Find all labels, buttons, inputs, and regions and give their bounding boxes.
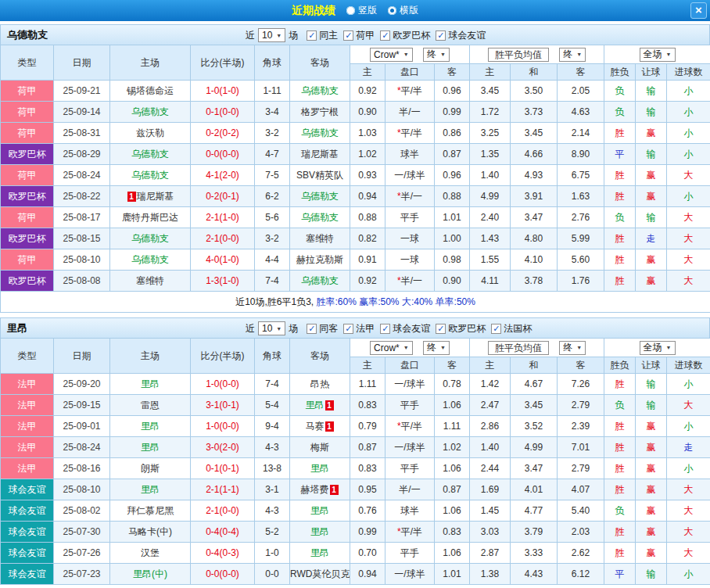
- team-name-text: 瑞尼斯基: [301, 149, 339, 160]
- filter-label: 欧罗巴杯: [393, 29, 430, 42]
- handicap-result-cell: 输: [636, 395, 667, 416]
- team-name-text: 里昂: [306, 400, 325, 411]
- corners-cell: 7-4: [255, 271, 290, 292]
- scope-select[interactable]: 全场▼: [640, 48, 676, 62]
- team-name-text: 锡塔德命运: [127, 85, 174, 96]
- result-cell: 胜: [604, 437, 636, 458]
- europe-away-odds-cell: 6.12: [558, 564, 604, 585]
- away-team-cell: 乌德勒支: [290, 81, 350, 102]
- score-cell: 2-1(0-0): [191, 500, 255, 522]
- europe-final-select[interactable]: 终▼: [559, 341, 586, 355]
- score-cell: 0-2(0-2): [191, 123, 255, 144]
- europe-home-odds-cell: 2.86: [470, 416, 511, 437]
- filter-label: 同主: [319, 29, 338, 42]
- topbar: 近期战绩 竖版 横版 ×: [0, 0, 710, 21]
- checkbox-icon[interactable]: ✓: [343, 324, 353, 334]
- sections-container: 乌德勒支 近 10▼ 场 ✓同主✓荷甲✓欧罗巴杯✓球会友谊 类型 日期 主场: [0, 24, 710, 585]
- home-team-cell: 拜仁慕尼黑: [110, 500, 191, 522]
- match-count-select[interactable]: 10▼: [258, 321, 285, 335]
- asia-home-odds-cell: 1.02: [350, 144, 385, 165]
- checkbox-icon[interactable]: ✓: [307, 30, 317, 41]
- filter-checkbox[interactable]: ✓同主: [307, 29, 338, 42]
- league-filters: ✓同客✓法甲✓球会友谊✓欧罗巴杯✓法国杯: [301, 322, 532, 335]
- team-name-text: 马赛: [306, 421, 325, 432]
- checkbox-icon[interactable]: ✓: [343, 30, 353, 41]
- chevron-down-icon: ▼: [576, 345, 582, 350]
- filter-checkbox[interactable]: ✓荷甲: [343, 29, 375, 42]
- result-cell: 胜: [604, 458, 636, 479]
- red-card-badge: 1: [325, 400, 334, 411]
- filter-checkbox[interactable]: ✓法国杯: [491, 322, 532, 335]
- chevron-down-icon: ▼: [403, 52, 409, 57]
- chevron-down-icon: ▼: [440, 345, 446, 350]
- team-name-text: 乌德勒支: [301, 275, 339, 286]
- filter-checkbox[interactable]: ✓法甲: [343, 322, 375, 335]
- filter-checkbox[interactable]: ✓欧罗巴杯: [436, 322, 486, 335]
- match-count-select[interactable]: 10▼: [258, 28, 285, 42]
- league-cell: 欧罗巴杯: [1, 228, 54, 249]
- league-cell: 球会友谊: [1, 564, 54, 585]
- europe-odds-controls: 胜平负均值 终▼: [470, 45, 604, 64]
- filter-checkbox[interactable]: ✓欧罗巴杯: [380, 29, 430, 42]
- europe-draw-odds-cell: 3.91: [511, 186, 558, 207]
- checkbox-icon[interactable]: ✓: [380, 324, 390, 334]
- col-score: 比分(半场): [191, 339, 255, 374]
- result-cell: 胜: [604, 186, 636, 207]
- mode-vertical-label: 竖版: [358, 4, 377, 17]
- asia-home-odds-cell: 0.90: [350, 102, 385, 123]
- date-cell: 25-09-01: [54, 416, 110, 437]
- chevron-down-icon: ▼: [666, 52, 672, 57]
- filter-checkbox[interactable]: ✓球会友谊: [436, 29, 486, 42]
- date-cell: 25-07-23: [54, 564, 110, 585]
- team-name-text: 乌德勒支: [131, 233, 169, 244]
- handicap-cell: 一球: [385, 228, 435, 249]
- date-cell: 25-09-14: [54, 102, 110, 123]
- asia-final-select[interactable]: 终▼: [423, 341, 450, 355]
- europe-home-odds-cell: 2.44: [470, 458, 511, 479]
- team-name-text: 鹿特丹斯巴达: [122, 212, 178, 223]
- home-team-cell: 鹿特丹斯巴达: [110, 207, 191, 228]
- home-team-cell: 1瑞尼斯基: [110, 186, 191, 207]
- home-team-cell: 里昂(中): [110, 564, 191, 585]
- star-marker: *: [397, 127, 401, 138]
- europe-final-select[interactable]: 终▼: [559, 48, 586, 62]
- europe-home-odds-cell: 1.42: [470, 374, 511, 395]
- team-name-text: 里昂: [310, 526, 329, 537]
- team-name-text: 瑞尼斯基: [137, 191, 174, 202]
- col-europe-away: 客: [558, 357, 604, 374]
- asia-away-odds-cell: 0.83: [435, 522, 470, 543]
- result-cell: 胜: [604, 543, 636, 564]
- match-count-value: 10: [262, 30, 272, 41]
- checkbox-icon[interactable]: ✓: [436, 324, 446, 334]
- checkbox-icon[interactable]: ✓: [307, 324, 317, 334]
- asia-home-odds-cell: 0.91: [350, 249, 385, 271]
- mode-horizontal[interactable]: 横版: [388, 4, 418, 17]
- bookmaker-select[interactable]: Crow*▼: [370, 341, 413, 355]
- radio-vertical-icon[interactable]: [346, 6, 355, 15]
- star-marker: *: [397, 191, 401, 202]
- asia-final-select[interactable]: 终▼: [423, 48, 450, 62]
- league-filters: ✓同主✓荷甲✓欧罗巴杯✓球会友谊: [301, 29, 486, 42]
- home-team-cell: 里昂: [110, 437, 191, 458]
- mode-vertical[interactable]: 竖版: [346, 4, 377, 17]
- result-cell: 胜: [604, 416, 636, 437]
- team-name-text: 乌德勒支: [131, 170, 169, 181]
- filter-checkbox[interactable]: ✓同客: [307, 322, 338, 335]
- corners-cell: 1-0: [255, 543, 290, 564]
- col-asia-home: 主: [350, 64, 385, 81]
- filter-checkbox[interactable]: ✓球会友谊: [380, 322, 430, 335]
- bookmaker-select[interactable]: Crow*▼: [370, 48, 413, 62]
- checkbox-icon[interactable]: ✓: [491, 324, 501, 334]
- europe-draw-odds-cell: 4.77: [511, 500, 558, 522]
- result-cell: 平: [604, 144, 636, 165]
- score-cell: 4-0(1-0): [191, 249, 255, 271]
- team-name-text: 里昂: [310, 547, 329, 558]
- close-button[interactable]: ×: [690, 2, 707, 19]
- radio-horizontal-icon[interactable]: [388, 6, 396, 15]
- asia-home-odds-cell: 0.94: [350, 564, 385, 585]
- checkbox-icon[interactable]: ✓: [380, 30, 390, 41]
- checkbox-icon[interactable]: ✓: [436, 30, 446, 41]
- goals-result-cell: 小: [667, 186, 710, 207]
- match-row: 法甲25-08-16朗斯0-1(0-1)13-8里昂0.83平手1.062.44…: [1, 458, 710, 479]
- scope-select[interactable]: 全场▼: [640, 341, 676, 355]
